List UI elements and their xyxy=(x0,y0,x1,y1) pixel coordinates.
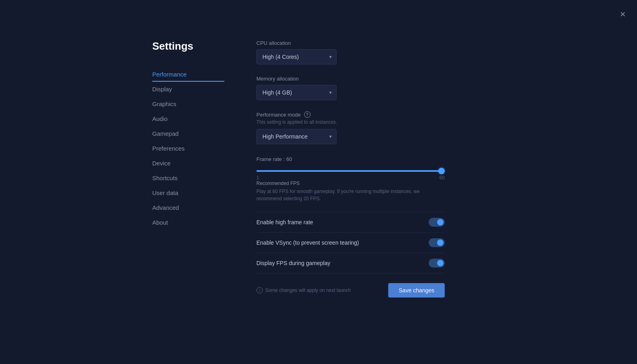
memory-allocation-label: Memory allocation xyxy=(256,76,465,82)
sidebar-item-shortcuts[interactable]: Shortcuts xyxy=(152,171,224,185)
frame-rate-label: Frame rate : 60 xyxy=(256,156,465,162)
close-icon: ✕ xyxy=(620,10,626,19)
footer-note: i Some changes will apply on next launch xyxy=(256,287,351,294)
sidebar-item-gamepad[interactable]: Gamepad xyxy=(152,126,224,141)
close-button[interactable]: ✕ xyxy=(616,8,629,21)
perf-mode-label-row: Performance mode ? xyxy=(256,111,465,118)
slider-range-labels: 1 60 xyxy=(256,175,445,181)
frame-rate-section: Frame rate : 60 1 60 Recommended FPS Pla… xyxy=(256,156,465,202)
high-frame-rate-label: Enable high frame rate xyxy=(256,219,313,225)
footer: i Some changes will apply on next launch… xyxy=(256,273,445,298)
slider-max-label: 60 xyxy=(439,175,445,181)
toggle-row-vsync: Enable VSync (to prevent screen tearing) xyxy=(256,232,445,253)
fps-hint-text: Play at 60 FPS for smooth gameplay. If y… xyxy=(256,188,441,202)
sidebar-item-about[interactable]: About xyxy=(152,215,224,230)
frame-rate-slider[interactable] xyxy=(256,170,445,172)
page-title: Settings xyxy=(152,40,224,52)
perf-mode-help-icon[interactable]: ? xyxy=(304,111,310,118)
slider-min-label: 1 xyxy=(256,175,259,181)
sidebar-item-advanced[interactable]: Advanced xyxy=(152,200,224,215)
sidebar-item-device[interactable]: Device xyxy=(152,156,224,171)
memory-allocation-select[interactable]: High (4 GB) Medium (2 GB) Low (1 GB) xyxy=(256,85,337,100)
perf-mode-dropdown-container: High Performance Balanced Power Saver ▾ xyxy=(256,129,337,144)
sidebar: Settings Performance Display Graphics Au… xyxy=(152,40,224,314)
cpu-dropdown-container: High (4 Cores) Medium (2 Cores) Low (1 C… xyxy=(256,49,337,64)
display-fps-label: Display FPS during gameplay xyxy=(256,260,330,266)
high-frame-rate-thumb xyxy=(437,219,443,225)
memory-allocation-section: Memory allocation High (4 GB) Medium (2 … xyxy=(256,76,465,100)
vsync-label: Enable VSync (to prevent screen tearing) xyxy=(256,239,359,246)
sidebar-item-display[interactable]: Display xyxy=(152,82,224,97)
settings-container: Settings Performance Display Graphics Au… xyxy=(0,0,637,314)
display-fps-thumb xyxy=(437,260,443,266)
sidebar-item-graphics[interactable]: Graphics xyxy=(152,97,224,111)
info-icon: i xyxy=(256,287,263,294)
toggle-row-display-fps: Display FPS during gameplay xyxy=(256,253,445,273)
cpu-allocation-select[interactable]: High (4 Cores) Medium (2 Cores) Low (1 C… xyxy=(256,49,337,64)
main-content: CPU allocation High (4 Cores) Medium (2 … xyxy=(256,40,465,314)
sidebar-item-audio[interactable]: Audio xyxy=(152,111,224,126)
cpu-allocation-section: CPU allocation High (4 Cores) Medium (2 … xyxy=(256,40,465,64)
cpu-allocation-label: CPU allocation xyxy=(256,40,465,46)
toggle-row-high-frame-rate: Enable high frame rate xyxy=(256,212,445,232)
sidebar-item-preferences[interactable]: Preferences xyxy=(152,141,224,156)
vsync-thumb xyxy=(437,239,443,246)
save-button[interactable]: Save changes xyxy=(388,283,445,298)
perf-mode-hint: This setting is applied to all instances… xyxy=(256,119,465,125)
perf-mode-select[interactable]: High Performance Balanced Power Saver xyxy=(256,129,337,144)
frame-rate-slider-wrapper: 1 60 xyxy=(256,166,445,181)
sidebar-item-performance[interactable]: Performance xyxy=(152,67,224,82)
sidebar-item-user-data[interactable]: User data xyxy=(152,185,224,200)
perf-mode-section: Performance mode ? This setting is appli… xyxy=(256,111,465,144)
vsync-toggle[interactable] xyxy=(429,238,445,247)
display-fps-toggle[interactable] xyxy=(429,259,445,267)
high-frame-rate-toggle[interactable] xyxy=(429,218,445,227)
memory-dropdown-container: High (4 GB) Medium (2 GB) Low (1 GB) ▾ xyxy=(256,85,337,100)
footer-note-text: Some changes will apply on next launch xyxy=(265,288,351,293)
perf-mode-label-text: Performance mode xyxy=(256,112,301,118)
fps-hint-title: Recommended FPS xyxy=(256,181,465,186)
